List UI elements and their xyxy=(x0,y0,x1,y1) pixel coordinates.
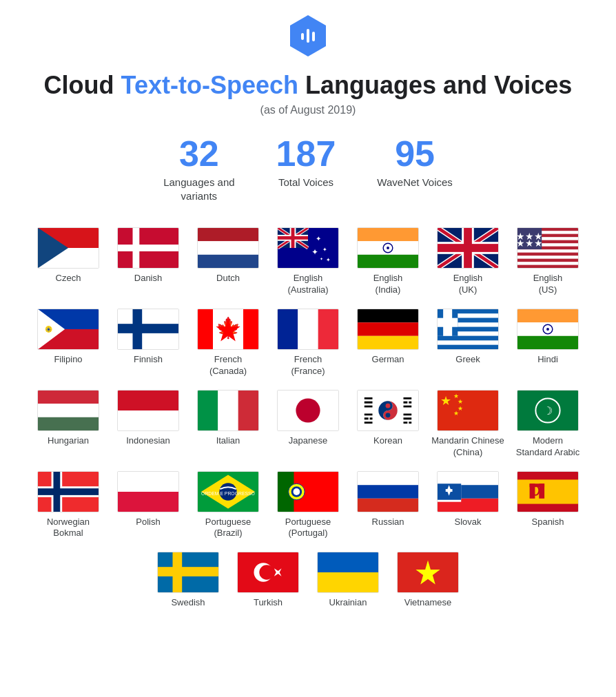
flag-box xyxy=(397,552,459,593)
svg-rect-9 xyxy=(118,245,178,251)
svg-rect-81 xyxy=(438,345,498,350)
language-label: Portuguese(Portugal) xyxy=(285,517,331,540)
flag-box xyxy=(317,552,379,593)
language-item: Danish xyxy=(111,227,185,296)
svg-rect-2 xyxy=(307,29,309,43)
flag-box xyxy=(117,390,179,431)
language-item: Hungarian xyxy=(31,390,105,459)
svg-rect-62 xyxy=(198,309,213,350)
svg-rect-66 xyxy=(278,309,298,350)
stat-total-voices: 187 Total Voices xyxy=(276,136,336,202)
svg-rect-22 xyxy=(278,236,308,240)
language-label: ModernStandard Arabic xyxy=(516,435,580,459)
flag-box xyxy=(197,390,259,431)
svg-text:✦: ✦ xyxy=(311,247,318,256)
language-item: Swedish xyxy=(151,552,225,609)
language-item: Spanish xyxy=(511,471,585,540)
svg-rect-68 xyxy=(318,309,338,350)
language-item: Vietnamese xyxy=(391,552,465,609)
svg-text:✦: ✦ xyxy=(322,247,327,253)
svg-rect-132 xyxy=(53,471,60,512)
language-label: NorwegianBokmal xyxy=(47,517,90,540)
language-label: English(US) xyxy=(533,273,563,296)
flag-box xyxy=(517,471,579,512)
svg-rect-85 xyxy=(517,309,578,323)
svg-rect-145 xyxy=(358,485,418,499)
flag-box xyxy=(37,471,99,512)
flag-box xyxy=(437,471,499,512)
svg-point-99 xyxy=(296,398,320,422)
svg-text:☀: ☀ xyxy=(45,326,52,333)
svg-point-165 xyxy=(259,565,274,581)
stat-wavenet-voices: 95 WaveNet Voices xyxy=(377,136,453,202)
svg-rect-67 xyxy=(298,309,318,350)
svg-rect-79 xyxy=(438,336,498,341)
language-item: ✦ ✦ ✦ ✦ ✦ English(Australia) xyxy=(271,227,345,296)
svg-point-89 xyxy=(546,328,549,331)
flag-box: 🍁 xyxy=(197,309,259,350)
language-item: Dutch xyxy=(191,227,265,296)
language-item: 🍁 French(Canada) xyxy=(191,309,265,377)
flag-box xyxy=(197,227,259,269)
flag-box xyxy=(437,227,499,269)
svg-rect-48 xyxy=(517,259,578,262)
svg-rect-155 xyxy=(517,479,578,503)
svg-point-32 xyxy=(387,247,389,249)
svg-rect-63 xyxy=(243,309,258,350)
svg-rect-87 xyxy=(517,336,578,350)
language-label: Czech xyxy=(56,273,81,284)
app-logo xyxy=(286,14,330,58)
language-item: Portuguese(Portugal) xyxy=(271,471,345,540)
language-item: ☽ ModernStandard Arabic xyxy=(511,390,585,459)
svg-rect-93 xyxy=(118,390,178,410)
svg-rect-158 xyxy=(539,483,544,499)
language-label: Ukrainian xyxy=(329,597,367,609)
language-item: Korean xyxy=(351,390,425,459)
svg-point-143 xyxy=(293,488,300,495)
svg-rect-162 xyxy=(173,552,183,593)
flag-box xyxy=(37,227,99,269)
language-label: Hungarian xyxy=(48,435,89,447)
svg-rect-153 xyxy=(446,489,453,492)
language-label: Hindi xyxy=(537,354,558,366)
page-subtitle: (as of August 2019) xyxy=(260,104,356,116)
language-label: French(Canada) xyxy=(209,354,247,377)
last-language-row: Swedish Turkish Ukrainian Vietnamese xyxy=(12,552,604,614)
flag-box: ★ ★ ★ ★ ★ xyxy=(437,390,499,431)
language-item: Greek xyxy=(431,309,505,377)
stats-row: 32 Languages andvariants 187 Total Voice… xyxy=(163,136,453,202)
svg-rect-90 xyxy=(38,390,99,404)
svg-rect-1 xyxy=(301,33,304,40)
language-item: ☀ Filipino xyxy=(31,309,105,377)
svg-rect-168 xyxy=(318,572,378,592)
flag-box xyxy=(237,552,299,593)
language-item: Polish xyxy=(111,471,185,540)
language-label: Danish xyxy=(134,273,162,284)
svg-text:ORDEM E PROGRESSO: ORDEM E PROGRESSO xyxy=(201,490,255,495)
language-label: Filipino xyxy=(54,354,82,366)
flag-box xyxy=(117,227,179,269)
svg-rect-146 xyxy=(358,498,418,512)
flag-box xyxy=(277,390,339,431)
svg-rect-92 xyxy=(38,417,99,431)
svg-rect-10 xyxy=(198,228,258,242)
svg-rect-11 xyxy=(198,241,258,255)
language-label: Italian xyxy=(216,435,240,447)
language-item: ★★★ ★★★ English(US) xyxy=(511,227,585,296)
svg-rect-69 xyxy=(358,309,418,323)
language-item: Slovak xyxy=(431,471,505,540)
language-item: Ukrainian xyxy=(311,552,385,609)
flag-box xyxy=(357,471,419,512)
stat-languages: 32 Languages andvariants xyxy=(163,136,234,202)
svg-rect-131 xyxy=(38,488,99,495)
svg-rect-59 xyxy=(118,324,178,333)
language-item: Italian xyxy=(191,390,265,459)
svg-rect-70 xyxy=(358,322,418,336)
language-label: Mandarin Chinese(China) xyxy=(431,435,504,459)
svg-point-118 xyxy=(386,413,391,417)
flags-grid: Czech Danish Dutch ✦ ✦ ✦ ✦ ✦ Eng xyxy=(12,227,604,614)
language-item: French(France) xyxy=(271,309,345,377)
language-label: Turkish xyxy=(254,597,283,609)
language-item: English(UK) xyxy=(431,227,505,296)
svg-rect-3 xyxy=(312,32,315,41)
